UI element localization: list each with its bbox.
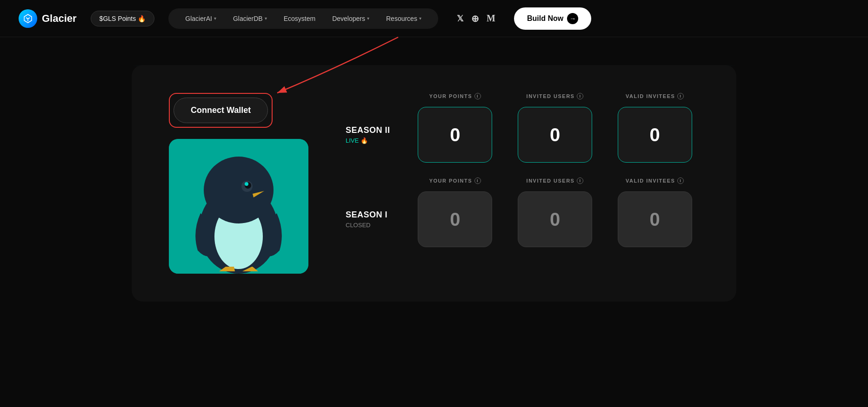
right-section: YOUR POINTS i INVITED USERS i VALID INVI…: [346, 93, 699, 247]
stat-header-valid-invitees-s1: VALID INVITEES i: [610, 177, 699, 184]
season1-name: SEASON I: [346, 210, 392, 220]
stat-header-invited-users-s1: INVITED USERS i: [511, 177, 600, 184]
season1-points-box: 0: [418, 191, 492, 247]
nav-item-glacierdb[interactable]: GlacierDB ▾: [226, 11, 274, 26]
invited-users-header-s2: INVITED USERS i: [527, 93, 584, 99]
season1-invited-users: 0: [511, 191, 600, 247]
stat-header-valid-invitees-s2: VALID INVITEES i: [610, 93, 699, 99]
season1-your-points: 0: [411, 191, 500, 247]
social-icons: 𝕏 ⊕ M: [457, 13, 495, 24]
season1-label: SEASON I CLOSED: [346, 210, 392, 229]
chevron-down-icon: ▾: [419, 16, 421, 21]
nav-item-ecosystem[interactable]: Ecosystem: [276, 11, 323, 26]
info-icon[interactable]: i: [474, 177, 481, 184]
nav-item-glacierai[interactable]: GlacierAI ▾: [178, 11, 224, 26]
season2-your-points: 0: [411, 107, 500, 163]
season2-valid-invitees: 0: [610, 107, 699, 163]
connect-wallet-area: Connect Wallet: [169, 93, 273, 128]
season1-valid-box: 0: [618, 191, 692, 247]
logo-icon: [19, 9, 37, 28]
connect-wallet-wrapper: Connect Wallet: [169, 93, 273, 128]
nav-item-resources[interactable]: Resources ▾: [379, 11, 429, 26]
arrow-icon: →: [567, 13, 578, 24]
penguin-image: [169, 139, 308, 274]
build-now-button[interactable]: Build Now →: [514, 7, 591, 30]
season2-valid-box: 0: [618, 107, 692, 163]
season1-invited-box: 0: [518, 191, 592, 247]
logo-text: Glacier: [42, 13, 77, 25]
gls-points-label: $GLS Points 🔥: [100, 15, 146, 22]
connect-wallet-button[interactable]: Connect Wallet: [174, 98, 268, 123]
discord-icon[interactable]: ⊕: [471, 13, 479, 24]
invited-users-header-s1: INVITED USERS i: [527, 177, 584, 184]
main-panel: Connect Wallet: [132, 65, 736, 302]
season2-name: SEASON II: [346, 125, 392, 135]
valid-invitees-header-s2: VALID INVITEES i: [626, 93, 684, 99]
your-points-header-s1: YOUR POINTS i: [429, 177, 481, 184]
stat-header-your-points-s2: YOUR POINTS i: [411, 93, 500, 99]
season2-invited-box: 0: [518, 107, 592, 163]
info-icon[interactable]: i: [577, 93, 583, 99]
medium-icon[interactable]: M: [487, 13, 495, 24]
season1-row: SEASON I CLOSED 0 0: [346, 191, 699, 247]
twitter-icon[interactable]: 𝕏: [457, 13, 464, 24]
valid-invitees-header-s1: VALID INVITEES i: [626, 177, 684, 184]
svg-point-7: [245, 182, 248, 186]
chevron-down-icon: ▾: [367, 16, 369, 21]
left-section: Connect Wallet: [169, 93, 318, 274]
season1-status: CLOSED: [346, 222, 392, 229]
info-icon[interactable]: i: [577, 177, 583, 184]
chevron-down-icon: ▾: [265, 16, 267, 21]
stats-headers-row: YOUR POINTS i INVITED USERS i VALID INVI…: [346, 93, 699, 99]
stat-header-invited-users-s2: INVITED USERS i: [511, 93, 600, 99]
season2-row: SEASON II LIVE 🔥 0 0: [346, 107, 699, 163]
chevron-down-icon: ▾: [214, 16, 216, 21]
stats-headers-row-s1: YOUR POINTS i INVITED USERS i VALID INVI…: [346, 177, 699, 184]
nav-item-developers[interactable]: Developers ▾: [325, 11, 377, 26]
info-icon[interactable]: i: [677, 177, 684, 184]
season2-stats: 0 0 0: [411, 107, 699, 163]
season1-valid-invitees: 0: [610, 191, 699, 247]
stat-header-your-points-s1: YOUR POINTS i: [411, 177, 500, 184]
season2-points-box: 0: [418, 107, 492, 163]
info-icon[interactable]: i: [677, 93, 684, 99]
navbar: Glacier $GLS Points 🔥 GlacierAI ▾ Glacie…: [0, 0, 868, 37]
your-points-header-s2: YOUR POINTS i: [429, 93, 481, 99]
season2-invited-users: 0: [511, 107, 600, 163]
season1-stats: 0 0 0: [411, 191, 699, 247]
gls-points-button[interactable]: $GLS Points 🔥: [91, 11, 155, 26]
season2-status: LIVE 🔥: [346, 137, 392, 144]
main-content: Connect Wallet: [0, 37, 868, 329]
logo-area: Glacier: [19, 9, 77, 28]
svg-point-4: [204, 157, 274, 223]
season2-label: SEASON II LIVE 🔥: [346, 125, 392, 144]
info-icon[interactable]: i: [474, 93, 481, 99]
nav-links: GlacierAI ▾ GlacierDB ▾ Ecosystem Develo…: [168, 8, 438, 29]
